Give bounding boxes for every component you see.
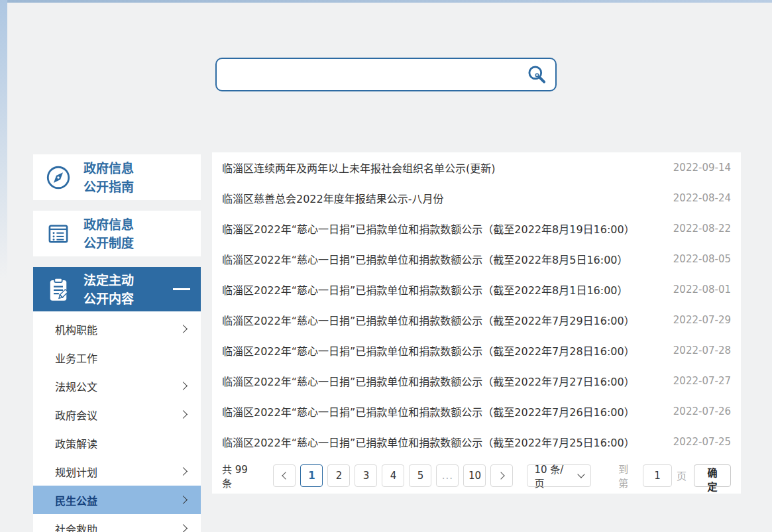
- pagination-total: 共 99 条: [222, 462, 260, 490]
- confirm-button[interactable]: 确定: [694, 464, 731, 487]
- announcement-title[interactable]: 临淄区2022年“慈心一日捐”已捐款单位和捐款数额公示（截至2022年7月25日…: [222, 434, 660, 450]
- announcement-panel: 临淄区连续两年及两年以上未年报社会组织名单公示(更新) 2022-09-14 临…: [212, 152, 741, 494]
- submenu-item-yewugongzuo[interactable]: 业务工作: [33, 343, 201, 372]
- announcement-title[interactable]: 临淄区2022年“慈心一日捐”已捐款单位和捐款数额公示（截至2022年8月5日1…: [222, 251, 660, 267]
- announcement-list: 临淄区连续两年及两年以上未年报社会组织名单公示(更新) 2022-09-14 临…: [212, 152, 741, 457]
- page-size-value: 10 条/页: [534, 462, 573, 490]
- announcement-title[interactable]: 临淄区2022年“慈心一日捐”已捐款单位和捐款数额公示（截至2022年8月1日1…: [222, 282, 660, 297]
- search-icon: [526, 64, 547, 85]
- goto-page-input[interactable]: [643, 464, 672, 487]
- announcement-row[interactable]: 临淄区2022年“慈心一日捐”已捐款单位和捐款数额公示（截至2022年7月26日…: [212, 396, 741, 427]
- page-size-select[interactable]: 10 条/页: [527, 464, 591, 487]
- chevron-right-icon: [179, 496, 188, 504]
- announcement-date: 2022-08-22: [673, 223, 731, 235]
- announcement-date: 2022-07-25: [673, 436, 731, 448]
- sidebar-card-label: 法定主动 公开内容: [83, 271, 134, 308]
- page-ellipsis-button[interactable]: ...: [436, 464, 459, 487]
- announcement-title[interactable]: 临淄区2022年“慈心一日捐”已捐款单位和捐款数额公示（截至2022年8月19日…: [222, 221, 660, 237]
- goto-page-suffix-label: 页: [677, 468, 687, 482]
- page: 政府信息 公开指南 政府信息 公开制度: [0, 0, 772, 532]
- announcement-row[interactable]: 临淄区慈善总会2022年度年报结果公示-八月份 2022-08-24: [212, 183, 741, 213]
- submenu-label: 机构职能: [55, 321, 97, 337]
- sidebar-card-label: 政府信息 公开指南: [83, 159, 134, 196]
- pagination-bar: 共 99 条 1 2 3 4 5 ... 10 10 条/页 到第 页 确定: [212, 457, 741, 494]
- announcement-date: 2022-08-24: [673, 192, 731, 204]
- left-border-strip: [0, 0, 7, 278]
- page-button-2[interactable]: 2: [327, 464, 350, 487]
- submenu-label: 业务工作: [55, 350, 97, 366]
- search-box: [215, 58, 557, 91]
- chevron-right-icon: [179, 467, 188, 476]
- announcement-row[interactable]: 临淄区2022年“慈心一日捐”已捐款单位和捐款数额公示（截至2022年8月1日1…: [212, 274, 741, 305]
- submenu-label: 政府会议: [55, 407, 97, 423]
- goto-page-prefix-label: 到第: [618, 462, 638, 490]
- next-page-button[interactable]: [490, 464, 513, 487]
- sidebar-card-guide[interactable]: 政府信息 公开指南: [33, 154, 201, 200]
- submenu-item-zhengfuhuiyi[interactable]: 政府会议: [33, 400, 201, 429]
- announcement-row[interactable]: 临淄区连续两年及两年以上未年报社会组织名单公示(更新) 2022-09-14: [212, 152, 741, 183]
- announcement-row[interactable]: 临淄区2022年“慈心一日捐”已捐款单位和捐款数额公示（截至2022年8月5日1…: [212, 244, 741, 274]
- announcement-date: 2022-07-29: [673, 314, 731, 326]
- announcement-date: 2022-08-01: [673, 284, 731, 295]
- submenu-item-minshenggongyi[interactable]: 民生公益: [33, 486, 201, 514]
- chevron-right-icon: [497, 472, 504, 479]
- announcement-title[interactable]: 临淄区2022年“慈心一日捐”已捐款单位和捐款数额公示（截至2022年7月26日…: [222, 403, 660, 419]
- chevron-right-icon: [179, 524, 188, 532]
- submenu-item-jigouzhineng[interactable]: 机构职能: [33, 315, 201, 343]
- page-button-5[interactable]: 5: [409, 464, 431, 487]
- ledger-icon: [33, 220, 83, 248]
- page-button-4[interactable]: 4: [382, 464, 404, 487]
- chevron-left-icon: [282, 472, 289, 479]
- page-button-10[interactable]: 10: [463, 464, 486, 487]
- collapse-minus-icon[interactable]: [173, 288, 190, 290]
- prev-page-button[interactable]: [273, 464, 296, 487]
- announcement-title[interactable]: 临淄区2022年“慈心一日捐”已捐款单位和捐款数额公示（截至2022年7月28日…: [222, 343, 660, 358]
- announcement-row[interactable]: 临淄区2022年“慈心一日捐”已捐款单位和捐款数额公示（截至2022年7月27日…: [212, 366, 741, 396]
- announcement-date: 2022-09-14: [673, 162, 731, 174]
- sidebar-card-label: 政府信息 公开制度: [83, 215, 134, 252]
- submenu-label: 规划计划: [55, 464, 97, 480]
- announcement-row[interactable]: 临淄区2022年“慈心一日捐”已捐款单位和捐款数额公示（截至2022年7月25日…: [212, 427, 741, 457]
- sidebar-submenu: 机构职能 业务工作 法规公文 政府会议 政策解读 规划计划 民生公益 社会救助: [33, 311, 201, 532]
- submenu-item-guihuajihua[interactable]: 规划计划: [33, 457, 201, 486]
- announcement-row[interactable]: 临淄区2022年“慈心一日捐”已捐款单位和捐款数额公示（截至2022年8月19日…: [212, 213, 741, 244]
- chevron-right-icon: [179, 382, 188, 390]
- announcement-date: 2022-07-27: [673, 375, 731, 387]
- submenu-label: 民生公益: [55, 492, 97, 508]
- submenu-item-faguigongwen[interactable]: 法规公文: [33, 372, 201, 400]
- announcement-title[interactable]: 临淄区2022年“慈心一日捐”已捐款单位和捐款数额公示（截至2022年7月29日…: [222, 312, 660, 328]
- page-button-1[interactable]: 1: [300, 464, 323, 487]
- chevron-down-icon: [577, 470, 584, 478]
- announcement-date: 2022-07-26: [673, 405, 731, 417]
- announcement-title[interactable]: 临淄区连续两年及两年以上未年报社会组织名单公示(更新): [222, 160, 660, 176]
- sidebar-card-statutory-disclosure[interactable]: 法定主动 公开内容: [33, 267, 201, 311]
- announcement-row[interactable]: 临淄区2022年“慈心一日捐”已捐款单位和捐款数额公示（截至2022年7月29日…: [212, 305, 741, 335]
- submenu-item-shehuijiuzhu[interactable]: 社会救助: [33, 514, 201, 532]
- search-button[interactable]: [524, 62, 550, 88]
- sidebar-card-system[interactable]: 政府信息 公开制度: [33, 211, 201, 256]
- announcement-date: 2022-07-28: [673, 345, 731, 356]
- submenu-label: 社会救助: [55, 521, 97, 532]
- submenu-label: 政策解读: [55, 435, 97, 451]
- top-border-strip: [0, 0, 772, 3]
- chevron-right-icon: [179, 410, 188, 419]
- submenu-label: 法规公文: [55, 378, 97, 394]
- announcement-row[interactable]: 临淄区2022年“慈心一日捐”已捐款单位和捐款数额公示（截至2022年7月28日…: [212, 335, 741, 366]
- search-input[interactable]: [227, 59, 524, 90]
- announcement-title[interactable]: 临淄区2022年“慈心一日捐”已捐款单位和捐款数额公示（截至2022年7月27日…: [222, 373, 660, 389]
- chevron-right-icon: [179, 325, 188, 333]
- clipboard-pencil-icon: [33, 276, 83, 303]
- page-button-3[interactable]: 3: [355, 464, 377, 487]
- submenu-item-zhengcejiedu[interactable]: 政策解读: [33, 429, 201, 457]
- announcement-title[interactable]: 临淄区慈善总会2022年度年报结果公示-八月份: [222, 190, 660, 206]
- announcement-date: 2022-08-05: [673, 253, 731, 265]
- compass-icon: [33, 164, 83, 191]
